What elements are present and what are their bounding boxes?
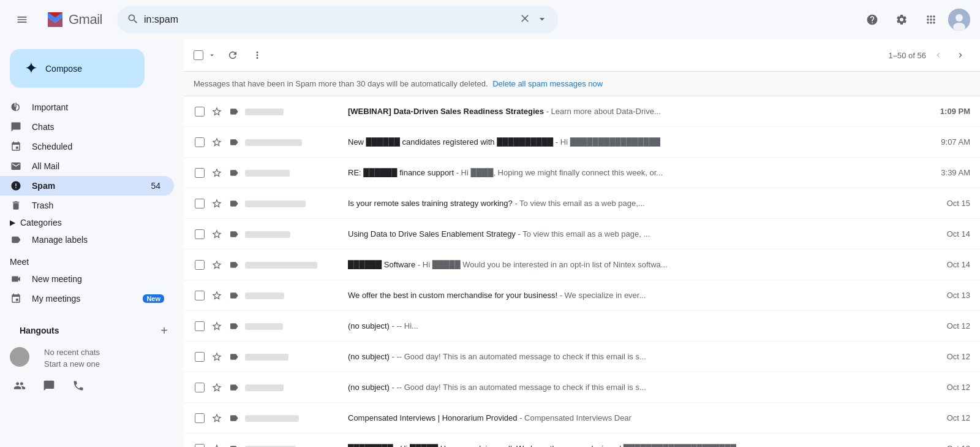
- star-button[interactable]: [211, 381, 223, 394]
- email-preview: - To view this email as a web page,...: [513, 199, 645, 208]
- sidebar-item-trash[interactable]: Trash: [0, 196, 174, 215]
- label-button[interactable]: [228, 197, 240, 210]
- email-checkbox[interactable]: [195, 352, 205, 362]
- hangout-avatar: [10, 347, 29, 367]
- star-button[interactable]: [211, 320, 223, 332]
- email-row[interactable]: ████████ - Hi █████ Hope you doing well,…: [184, 434, 980, 447]
- star-button[interactable]: [211, 167, 223, 179]
- email-row[interactable]: We offer the best in custom merchandise …: [184, 280, 980, 311]
- email-row[interactable]: (no subject) - -- Good day! This is an a…: [184, 372, 980, 403]
- settings-button[interactable]: [889, 7, 914, 32]
- email-sender: [245, 168, 343, 177]
- email-row[interactable]: ██████ Software - Hi █████ Would you be …: [184, 250, 980, 280]
- star-button[interactable]: [211, 289, 223, 302]
- email-checkbox[interactable]: [195, 291, 205, 300]
- hangout-phone-button[interactable]: [69, 376, 88, 395]
- email-row[interactable]: (no subject) - -- Hi...Oct 12: [184, 311, 980, 342]
- email-checkbox[interactable]: [195, 168, 205, 178]
- categories-section[interactable]: ▶ Categories: [0, 215, 184, 230]
- email-subject: Using Data to Drive Sales Enablement Str…: [348, 229, 516, 239]
- star-button[interactable]: [211, 197, 223, 210]
- sidebar-item-new-meeting[interactable]: New meeting: [0, 269, 174, 289]
- sidebar-item-chats[interactable]: Chats: [0, 117, 174, 137]
- email-time: Oct 15: [921, 199, 970, 208]
- email-row[interactable]: New ██████ candidates registered with ██…: [184, 127, 980, 158]
- email-subject: New ██████ candidates registered with ██…: [348, 137, 553, 147]
- star-button[interactable]: [211, 259, 223, 271]
- label-button[interactable]: [228, 320, 240, 332]
- email-checkbox[interactable]: [195, 413, 205, 423]
- star-button[interactable]: [211, 443, 223, 448]
- prev-page-button[interactable]: [929, 45, 948, 65]
- email-checkbox[interactable]: [195, 229, 205, 239]
- email-checkbox[interactable]: [195, 444, 205, 448]
- email-checkbox[interactable]: [195, 321, 205, 331]
- delete-spam-link[interactable]: Delete all spam messages now: [492, 79, 603, 88]
- sidebar-item-manage-labels[interactable]: Manage labels: [0, 230, 174, 250]
- add-hangout-button[interactable]: +: [154, 321, 174, 340]
- email-subject: ████████ - Hi █████ Hope you doing well,…: [348, 444, 621, 447]
- label-button[interactable]: [228, 412, 240, 424]
- label-button[interactable]: [228, 228, 240, 240]
- label-button[interactable]: [228, 105, 240, 118]
- row-checkbox: [194, 197, 206, 210]
- select-all-checkbox[interactable]: [194, 50, 203, 60]
- search-dropdown-button[interactable]: [536, 13, 548, 27]
- search-input[interactable]: in:spam: [144, 14, 514, 25]
- email-checkbox[interactable]: [195, 199, 205, 208]
- email-checkbox[interactable]: [195, 260, 205, 270]
- hangout-people-button[interactable]: [10, 376, 29, 395]
- label-button[interactable]: [228, 443, 240, 448]
- avatar[interactable]: [948, 9, 970, 31]
- label-button[interactable]: [228, 259, 240, 271]
- email-checkbox[interactable]: [195, 137, 205, 147]
- email-row[interactable]: Compensated Interviews | Honorarium Prov…: [184, 403, 980, 434]
- top-right-actions: [860, 7, 970, 32]
- label-button[interactable]: [228, 167, 240, 179]
- email-sender: [245, 444, 343, 447]
- label-button[interactable]: [228, 381, 240, 394]
- sidebar-item-my-meetings[interactable]: My meetings New: [0, 289, 174, 308]
- hangout-user: No recent chats Start a new one: [0, 343, 184, 371]
- meet-title: Meet: [0, 254, 184, 269]
- star-button[interactable]: [211, 136, 223, 148]
- row-checkbox: [194, 136, 206, 148]
- email-row[interactable]: RE: ██████ finance support - Hi ████, Ho…: [184, 158, 980, 188]
- refresh-button[interactable]: [222, 44, 244, 66]
- label-button[interactable]: [228, 289, 240, 302]
- row-checkbox: [194, 381, 206, 394]
- search-bar: in:spam: [117, 6, 558, 34]
- email-row[interactable]: (no subject) - -- Good day! This is an a…: [184, 342, 980, 372]
- more-options-button[interactable]: [246, 44, 268, 66]
- star-button[interactable]: [211, 351, 223, 363]
- apps-button[interactable]: [919, 7, 943, 32]
- menu-button[interactable]: [10, 7, 34, 32]
- star-button[interactable]: [211, 228, 223, 240]
- sidebar-item-spam[interactable]: Spam 54: [0, 176, 174, 196]
- compose-button[interactable]: ✦ Compose: [10, 49, 145, 88]
- sidebar-item-all-mail[interactable]: All Mail: [0, 156, 174, 176]
- star-button[interactable]: [211, 412, 223, 424]
- sidebar-item-important[interactable]: Important: [0, 97, 174, 117]
- my-meetings-badge: New: [143, 294, 164, 303]
- gmail-logo: Gmail: [44, 9, 102, 31]
- star-button[interactable]: [211, 105, 223, 118]
- help-button[interactable]: [860, 7, 884, 32]
- email-time: 3:39 AM: [921, 168, 970, 177]
- next-page-button[interactable]: [951, 45, 970, 65]
- search-clear-button[interactable]: [519, 12, 531, 28]
- search-icon[interactable]: [127, 13, 139, 27]
- label-button[interactable]: [228, 351, 240, 363]
- start-new-chat[interactable]: Start a new one: [34, 359, 110, 369]
- email-row[interactable]: Is your remote sales training strategy w…: [184, 188, 980, 219]
- select-dropdown-button[interactable]: [205, 44, 219, 66]
- hangout-chat-button[interactable]: [39, 376, 59, 395]
- email-checkbox[interactable]: [195, 107, 205, 117]
- label-button[interactable]: [228, 136, 240, 148]
- scheduled-icon: [10, 140, 22, 153]
- email-row[interactable]: Using Data to Drive Sales Enablement Str…: [184, 219, 980, 250]
- sidebar-item-scheduled[interactable]: Scheduled: [0, 137, 174, 156]
- svg-point-2: [956, 14, 963, 21]
- email-checkbox[interactable]: [195, 383, 205, 392]
- email-row[interactable]: [WEBINAR] Data-Driven Sales Readiness St…: [184, 96, 980, 127]
